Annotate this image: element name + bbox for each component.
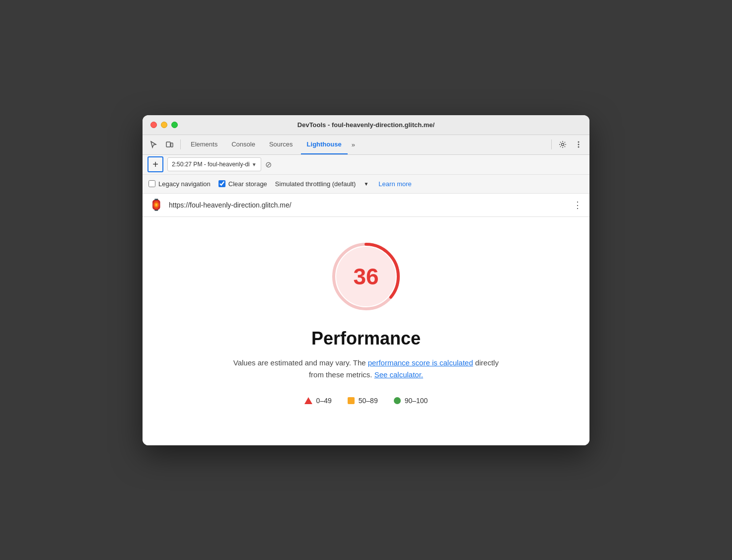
score-circle-container: 36 <box>326 237 406 316</box>
svg-rect-1 <box>171 143 173 147</box>
clear-storage-checkbox[interactable] <box>219 180 225 187</box>
section-title: Performance <box>311 328 421 349</box>
window-title: DevTools - foul-heavenly-direction.glitc… <box>297 121 435 129</box>
url-dropdown[interactable]: 2:50:27 PM - foul-heavenly-di ▼ <box>167 157 261 171</box>
legend-orange-range: 50–89 <box>359 397 378 405</box>
secondary-toolbar: + 2:50:27 PM - foul-heavenly-di ▼ ⊘ <box>143 155 589 175</box>
title-bar: DevTools - foul-heavenly-direction.glitc… <box>143 115 589 135</box>
legend-red-icon <box>304 397 312 404</box>
devtools-toolbar: Elements Console Sources Lighthouse » <box>143 135 589 155</box>
description-text: Values are estimated and may vary. The p… <box>227 357 505 381</box>
tab-sources[interactable]: Sources <box>263 135 299 154</box>
svg-point-5 <box>578 146 580 148</box>
legend-orange-icon <box>348 397 355 404</box>
page-url: https://foul-heavenly-direction.glitch.m… <box>169 201 567 209</box>
row-options-icon[interactable]: ⋮ <box>573 200 583 210</box>
legend-green-range: 90–100 <box>405 397 428 405</box>
throttling-label: Simulated throttling (default) <box>275 180 356 188</box>
url-row: 🏮 https://foul-heavenly-direction.glitch… <box>143 194 589 217</box>
devtools-window: DevTools - foul-heavenly-direction.glitc… <box>143 115 589 445</box>
device-toggle-btn[interactable] <box>162 138 176 151</box>
toolbar-divider-2 <box>551 140 552 149</box>
more-tabs-btn[interactable]: » <box>350 141 357 148</box>
gear-icon <box>559 140 567 148</box>
three-dots-vertical-icon <box>575 140 583 148</box>
close-button[interactable] <box>150 122 157 128</box>
traffic-lights <box>150 122 178 128</box>
new-audit-button[interactable]: + <box>147 156 163 172</box>
block-icon[interactable]: ⊘ <box>265 160 272 169</box>
lighthouse-favicon: 🏮 <box>149 199 163 211</box>
more-options-btn[interactable] <box>572 138 586 151</box>
device-icon <box>165 140 173 148</box>
tab-console[interactable]: Console <box>225 135 261 154</box>
legacy-nav-checkbox-label[interactable]: Legacy navigation <box>148 180 211 188</box>
tab-elements[interactable]: Elements <box>185 135 223 154</box>
cursor-icon-btn[interactable] <box>146 138 160 151</box>
score-legend: 0–49 50–89 90–100 <box>304 397 428 405</box>
svg-point-2 <box>562 143 564 146</box>
main-content: 36 Performance Values are estimated and … <box>143 217 589 445</box>
calculator-link[interactable]: See calculator. <box>374 370 423 379</box>
dropdown-arrow-icon: ▼ <box>252 162 257 167</box>
toolbar-divider <box>180 140 181 149</box>
learn-more-link[interactable]: Learn more <box>378 180 411 188</box>
minimize-button[interactable] <box>161 122 167 128</box>
legend-item-green: 90–100 <box>394 397 428 405</box>
cursor-icon <box>149 140 157 148</box>
maximize-button[interactable] <box>171 122 178 128</box>
svg-point-3 <box>578 141 580 143</box>
throttling-arrow-icon[interactable]: ▼ <box>364 181 368 187</box>
legacy-nav-checkbox[interactable] <box>148 180 155 187</box>
legend-green-icon <box>394 397 401 404</box>
legend-red-range: 0–49 <box>316 397 332 405</box>
performance-score: 36 <box>353 263 378 290</box>
perf-score-link[interactable]: performance score is calculated <box>368 358 473 367</box>
legend-item-orange: 50–89 <box>348 397 378 405</box>
tab-lighthouse[interactable]: Lighthouse <box>301 135 348 154</box>
clear-storage-checkbox-label[interactable]: Clear storage <box>219 180 267 188</box>
svg-point-4 <box>578 144 580 145</box>
settings-btn[interactable] <box>556 138 570 151</box>
svg-rect-0 <box>166 142 170 147</box>
options-bar: Legacy navigation Clear storage Simulate… <box>143 175 589 194</box>
legend-item-red: 0–49 <box>304 397 332 405</box>
